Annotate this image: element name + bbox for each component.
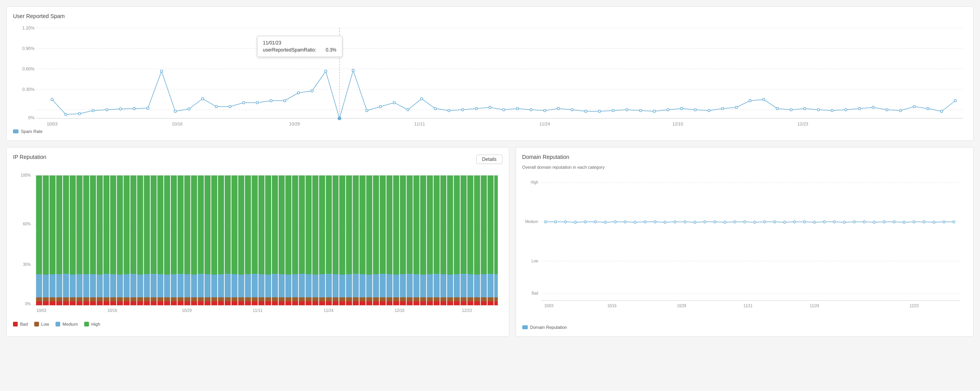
- svg-rect-341: [434, 175, 440, 274]
- svg-rect-366: [474, 275, 480, 297]
- svg-rect-251: [279, 297, 285, 301]
- svg-rect-360: [460, 301, 466, 305]
- svg-text:10/03: 10/03: [37, 308, 46, 313]
- domain-reputation-subtitle: Overall domain reputation in each catego…: [522, 165, 967, 170]
- svg-rect-126: [70, 275, 76, 297]
- domain-reputation-title: Domain Reputation: [522, 154, 967, 160]
- spam-chart-svg: 1.20% 0.90% 0.60% 0.30% 0% 10/03 10/16 1…: [13, 24, 967, 126]
- ip-reputation-header: IP Reputation Details: [13, 154, 503, 165]
- svg-rect-272: [312, 301, 318, 305]
- svg-text:Medium: Medium: [525, 219, 538, 224]
- svg-point-418: [754, 221, 756, 223]
- svg-text:30%: 30%: [23, 262, 31, 267]
- svg-rect-374: [488, 274, 494, 297]
- svg-point-406: [634, 221, 636, 223]
- svg-text:10/16: 10/16: [607, 303, 616, 308]
- svg-rect-108: [36, 301, 42, 305]
- svg-point-43: [366, 109, 368, 112]
- svg-rect-352: [447, 301, 453, 305]
- svg-rect-204: [198, 301, 203, 305]
- svg-rect-283: [333, 297, 338, 301]
- svg-text:0.90%: 0.90%: [22, 46, 35, 51]
- svg-text:10/29: 10/29: [677, 303, 686, 308]
- svg-text:0.30%: 0.30%: [22, 87, 35, 92]
- ip-legend-high-label: High: [91, 322, 100, 326]
- svg-rect-320: [393, 301, 399, 305]
- svg-rect-339: [427, 297, 433, 301]
- svg-point-412: [694, 221, 696, 223]
- svg-rect-129: [76, 175, 82, 274]
- svg-rect-190: [178, 274, 183, 297]
- svg-rect-349: [447, 175, 453, 275]
- domain-reputation-card: Domain Reputation Overall domain reputat…: [516, 147, 974, 337]
- svg-point-399: [564, 221, 566, 223]
- svg-rect-152: [110, 301, 116, 305]
- svg-text:60%: 60%: [23, 222, 31, 227]
- svg-rect-325: [407, 175, 412, 274]
- svg-rect-173: [151, 175, 157, 274]
- svg-rect-219: [225, 297, 231, 301]
- svg-rect-303: [366, 297, 372, 301]
- svg-rect-351: [447, 297, 453, 301]
- svg-rect-309: [380, 175, 386, 274]
- svg-rect-210: [211, 275, 217, 297]
- svg-rect-289: [346, 175, 352, 274]
- svg-rect-151: [110, 297, 116, 301]
- svg-rect-208: [205, 301, 211, 305]
- svg-rect-187: [171, 297, 177, 301]
- svg-rect-265: [305, 175, 311, 274]
- svg-rect-357: [460, 175, 466, 274]
- svg-rect-120: [56, 301, 62, 305]
- svg-text:100%: 100%: [21, 173, 31, 178]
- ip-legend-bad-label: Bad: [20, 322, 28, 326]
- svg-rect-311: [380, 297, 386, 301]
- svg-rect-207: [205, 297, 211, 301]
- svg-rect-276: [319, 301, 325, 305]
- svg-rect-149: [110, 175, 116, 274]
- svg-rect-175: [151, 297, 157, 301]
- svg-rect-236: [251, 301, 257, 305]
- ip-chart-area: 100% 60% 30% 0% 10/03 10/16 10/29 11/11 …: [13, 170, 503, 327]
- svg-rect-324: [400, 301, 406, 305]
- domain-legend-color: [522, 325, 528, 329]
- details-button[interactable]: Details: [476, 155, 503, 164]
- svg-rect-224: [231, 301, 237, 305]
- svg-rect-139: [90, 297, 96, 301]
- bottom-row: IP Reputation Details 100% 60% 30% 0%: [6, 147, 974, 337]
- svg-point-408: [654, 221, 656, 223]
- svg-rect-240: [259, 301, 264, 305]
- svg-rect-249: [279, 175, 285, 274]
- svg-point-420: [773, 221, 775, 223]
- svg-rect-170: [144, 274, 150, 297]
- svg-point-33: [229, 105, 231, 108]
- svg-point-87: [940, 110, 943, 113]
- svg-rect-231: [245, 297, 251, 301]
- svg-text:12/10: 12/10: [395, 308, 405, 313]
- svg-rect-155: [117, 297, 123, 301]
- svg-text:1.20%: 1.20%: [22, 26, 35, 30]
- svg-rect-205: [205, 175, 211, 274]
- svg-rect-323: [400, 297, 406, 301]
- svg-point-421: [783, 221, 785, 223]
- svg-rect-355: [454, 297, 460, 301]
- svg-rect-206: [205, 274, 211, 297]
- svg-point-72: [735, 106, 738, 109]
- svg-rect-226: [238, 275, 244, 297]
- svg-rect-327: [407, 297, 412, 301]
- spam-chart-area: 1.20% 0.90% 0.60% 0.30% 0% 10/03 10/16 1…: [13, 24, 967, 134]
- svg-rect-230: [245, 274, 251, 297]
- svg-rect-308: [373, 301, 379, 305]
- spam-legend-label: Spam Rate: [21, 129, 43, 134]
- svg-rect-334: [420, 275, 426, 297]
- svg-rect-380: [494, 301, 498, 305]
- svg-rect-314: [386, 274, 392, 297]
- svg-rect-358: [460, 274, 466, 297]
- svg-rect-229: [245, 175, 251, 274]
- ip-reputation-card: IP Reputation Details 100% 60% 30% 0%: [6, 147, 509, 337]
- svg-rect-271: [312, 297, 318, 301]
- svg-rect-359: [460, 297, 466, 301]
- svg-rect-232: [245, 301, 251, 305]
- svg-text:11/24: 11/24: [324, 308, 334, 313]
- svg-point-66: [653, 110, 655, 113]
- svg-rect-377: [494, 175, 498, 274]
